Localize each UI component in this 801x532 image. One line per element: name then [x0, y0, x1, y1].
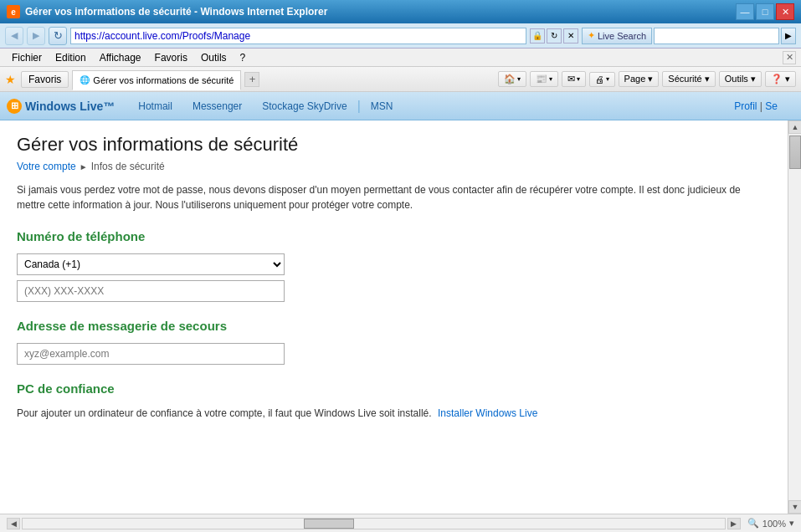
feeds-button[interactable]: 📰 ▾	[530, 71, 558, 87]
window-title: Gérer vos informations de sécurité - Win…	[25, 6, 327, 18]
menu-close-button[interactable]: ✕	[783, 51, 796, 64]
trusted-pc-title: PC de confiance	[17, 381, 771, 396]
phone-section: Numéro de téléphone Canada (+1)	[17, 229, 771, 302]
nav-hotmail[interactable]: Hotmail	[128, 92, 182, 120]
nav-msn[interactable]: MSN	[361, 92, 403, 120]
email-section: Adresse de messagerie de secours	[17, 319, 771, 365]
refresh-button[interactable]: ↻	[49, 27, 67, 45]
tab-title: Gérer vos informations de sécurité	[93, 75, 234, 85]
maximize-button[interactable]: □	[756, 3, 774, 20]
h-scroll-track	[22, 518, 726, 529]
tab-page-icon: 🌐	[80, 75, 90, 84]
search-bar: ✦ Live Search ▶	[582, 27, 796, 45]
address-bar: 🔒 ↻ ✕	[70, 27, 578, 45]
home-arrow: ▾	[517, 75, 521, 83]
toolbar: ★ Favoris 🌐 Gérer vos informations de sé…	[0, 67, 801, 92]
intro-text: Si jamais vous perdez votre mot de passe…	[17, 182, 753, 212]
print-button[interactable]: 🖨 ▾	[589, 72, 615, 87]
scroll-thumb[interactable]	[789, 136, 801, 169]
search-input[interactable]	[654, 28, 779, 44]
print-arrow: ▾	[606, 75, 609, 83]
phone-country-select[interactable]: Canada (+1)	[17, 253, 285, 275]
menu-outils[interactable]: Outils	[194, 50, 234, 65]
mail-arrow: ▾	[577, 75, 580, 83]
security-label: Sécurité ▾	[668, 74, 709, 84]
trusted-pc-text: Pour ajouter un ordinateur de confiance …	[17, 406, 771, 421]
h-scroll-left-button[interactable]: ◀	[7, 518, 20, 529]
favorites-star-icon: ★	[5, 73, 16, 86]
stop-icon[interactable]: ✕	[563, 28, 578, 43]
menu-edition[interactable]: Edition	[49, 50, 93, 65]
zoom-icon: 🔍	[747, 518, 759, 529]
title-bar-left: e Gérer vos informations de sécurité - W…	[7, 5, 327, 18]
h-scroll-right-button[interactable]: ▶	[727, 518, 741, 529]
search-go-button[interactable]: ▶	[781, 28, 796, 44]
window-controls[interactable]: — □ ✕	[736, 3, 794, 20]
breadcrumb-home[interactable]: Votre compte	[17, 161, 76, 172]
tools-button[interactable]: Outils ▾	[719, 71, 762, 87]
nav-bar: ◀ ▶ ↻ 🔒 ↻ ✕ ✦ Live Search ▶	[0, 23, 801, 49]
phone-number-input[interactable]	[17, 280, 285, 302]
menu-favoris[interactable]: Favoris	[148, 50, 194, 65]
lock-icon: 🔒	[530, 28, 545, 43]
scroll-up-button[interactable]: ▲	[788, 120, 801, 134]
tools-label: Outils ▾	[725, 74, 756, 84]
bottom-bar: ◀ ▶ 🔍 100% ▾	[0, 514, 801, 532]
trusted-pc-description: Pour ajouter un ordinateur de confiance …	[17, 407, 432, 419]
menu-aide[interactable]: ?	[234, 50, 253, 65]
minimize-button[interactable]: —	[736, 3, 754, 20]
menu-affichage[interactable]: Affichage	[93, 50, 148, 65]
feeds-arrow: ▾	[549, 75, 552, 83]
breadcrumb: Votre compte ► Infos de sécurité	[17, 161, 771, 172]
menu-fichier[interactable]: Fichier	[5, 50, 49, 65]
scroll-track	[788, 134, 801, 500]
security-button[interactable]: Sécurité ▾	[662, 71, 715, 87]
forward-button[interactable]: ▶	[27, 27, 45, 45]
nav-messenger[interactable]: Messenger	[182, 92, 252, 120]
page-button[interactable]: Page ▾	[619, 71, 660, 87]
home-button[interactable]: 🏠 ▾	[498, 71, 526, 87]
trusted-pc-section: PC de confiance Pour ajouter un ordinate…	[17, 381, 771, 421]
zoom-level: 100%	[762, 519, 786, 529]
h-scroll-thumb[interactable]	[304, 519, 354, 529]
email-section-title: Adresse de messagerie de secours	[17, 319, 771, 333]
search-engine-name: Live Search	[598, 31, 646, 41]
help-button[interactable]: ❓ ▾	[765, 71, 796, 87]
horizontal-scrollbar: ◀ ▶	[7, 518, 741, 529]
profile-link[interactable]: Profil	[734, 100, 757, 112]
secondary-link[interactable]: Se	[765, 100, 778, 112]
address-input[interactable]	[70, 28, 526, 44]
favorites-label: Favoris	[28, 74, 61, 85]
menu-bar: Fichier Edition Affichage Favoris Outils…	[0, 49, 801, 67]
toolbar-right: 🏠 ▾ 📰 ▾ ✉ ▾ 🖨 ▾ Page ▾ Sécurité ▾ Outils…	[498, 71, 796, 87]
mail-button[interactable]: ✉ ▾	[562, 71, 586, 87]
zoom-arrow: ▾	[789, 518, 794, 529]
breadcrumb-current: Infos de sécurité	[91, 161, 165, 172]
breadcrumb-arrow: ►	[80, 162, 88, 171]
reload-icon[interactable]: ↻	[547, 28, 562, 43]
wl-logo-icon: ⊞	[7, 99, 22, 114]
help-label: ❓ ▾	[771, 74, 790, 84]
new-tab-button[interactable]: +	[244, 72, 259, 87]
address-icons: 🔒 ↻ ✕	[530, 28, 578, 43]
zoom-status: 🔍 100% ▾	[747, 518, 794, 529]
page-label: Page ▾	[624, 74, 654, 84]
email-input[interactable]	[17, 343, 285, 365]
wl-logo-text: Windows Live™	[25, 100, 115, 113]
back-button[interactable]: ◀	[5, 27, 23, 45]
scroll-down-button[interactable]: ▼	[788, 500, 801, 514]
wl-nav-right: Profil | Se	[734, 100, 794, 112]
main-area: Gérer vos informations de sécurité Votre…	[0, 120, 801, 514]
phone-section-title: Numéro de téléphone	[17, 229, 771, 243]
close-button[interactable]: ✕	[776, 3, 794, 20]
active-tab[interactable]: 🌐 Gérer vos informations de sécurité	[72, 70, 241, 90]
install-wl-link[interactable]: Installer Windows Live	[438, 407, 537, 419]
favorites-button[interactable]: Favoris	[21, 71, 69, 88]
nav-skydrive[interactable]: Stockage SkyDrive	[252, 92, 357, 120]
ie-icon: e	[7, 5, 20, 18]
vertical-scrollbar[interactable]: ▲ ▼	[788, 120, 801, 514]
search-label: ✦ Live Search	[582, 28, 652, 44]
title-bar: e Gérer vos informations de sécurité - W…	[0, 0, 801, 23]
content-area: Gérer vos informations de sécurité Votre…	[0, 120, 788, 514]
page-title: Gérer vos informations de sécurité	[17, 134, 771, 156]
